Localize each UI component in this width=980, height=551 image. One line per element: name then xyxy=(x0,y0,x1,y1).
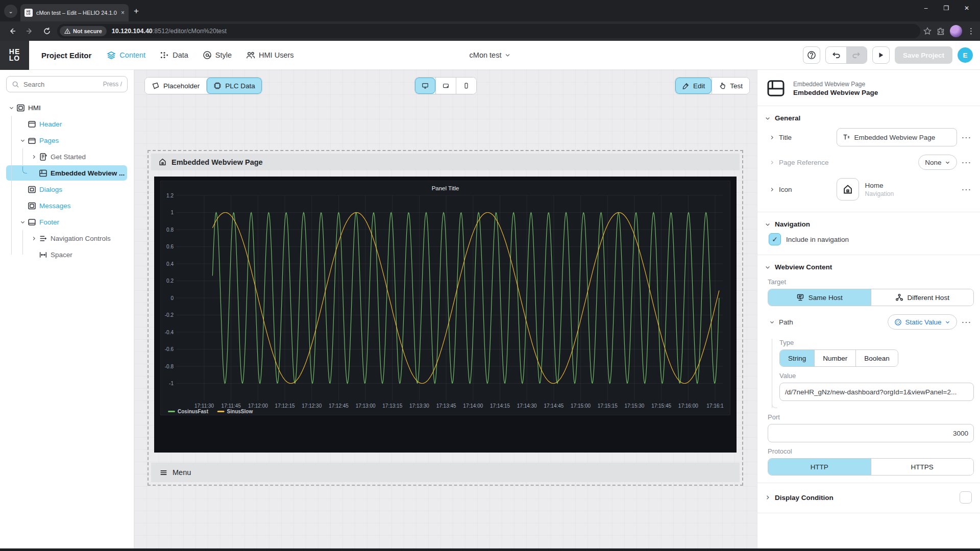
page-title-bar[interactable]: Embedded Webview Page xyxy=(151,154,740,170)
preview-play-button[interactable] xyxy=(872,46,890,64)
nav-hmi-users[interactable]: HMI Users xyxy=(246,51,293,60)
title-property-row: Title Embedded Webview Page ··· xyxy=(764,124,974,151)
page-reference-kebab[interactable]: ··· xyxy=(960,159,974,166)
mobile-icon xyxy=(463,81,470,90)
device-tablet-button[interactable] xyxy=(435,78,456,94)
bookmark-star-icon[interactable] xyxy=(923,27,932,35)
include-in-navigation-checkbox[interactable]: ✓ xyxy=(769,233,781,245)
selected-element-header: Embedded Webview Page Embedded Webview P… xyxy=(757,70,980,106)
placeholder-mode-button[interactable]: Placeholder xyxy=(145,78,206,94)
path-binding-select[interactable]: Static Value xyxy=(888,314,957,330)
type-boolean-button[interactable]: Boolean xyxy=(855,350,898,366)
nav-content[interactable]: Content xyxy=(107,51,145,60)
tree-item-spacer[interactable]: Spacer xyxy=(0,246,134,263)
page-reference-select[interactable]: None xyxy=(918,155,957,170)
window-close-button[interactable]: ✕ xyxy=(957,0,977,16)
type-string-button[interactable]: String xyxy=(780,350,814,366)
not-secure-badge[interactable]: Not secure xyxy=(60,26,107,36)
section-general: General Title Embedded Webview Page ··· … xyxy=(757,106,980,212)
tree-expander[interactable] xyxy=(29,236,38,241)
different-host-button[interactable]: Different Host xyxy=(871,289,974,306)
back-icon[interactable] xyxy=(5,24,19,38)
tree-item-navigation-controls[interactable]: Navigation Controls xyxy=(0,230,134,246)
tree-item-messages[interactable]: Messages xyxy=(0,197,134,214)
window-maximize-button[interactable]: ❐ xyxy=(936,0,957,16)
tree-item-embedded-webview[interactable]: Embedded Webview ... xyxy=(0,165,134,181)
footer-menu-bar[interactable]: Menu xyxy=(151,463,740,482)
display-condition-header[interactable]: Display Condition xyxy=(764,489,974,506)
address-bar[interactable]: Not secure 10.120.104.40:8512/editor/cMo… xyxy=(57,24,920,38)
tree-item-footer[interactable]: Footer xyxy=(0,214,134,230)
icon-options-kebab[interactable]: ··· xyxy=(960,186,974,193)
browser-tab[interactable]: HELO cMon test – Edit – HELIO 24.1.0 × xyxy=(20,4,129,21)
forward-icon[interactable] xyxy=(22,24,37,38)
plc-chip-icon xyxy=(213,82,222,90)
tree-item-hmi[interactable]: HMI xyxy=(0,99,134,116)
tree-expander[interactable] xyxy=(18,219,27,225)
spacer-icon xyxy=(39,251,47,259)
path-options-kebab[interactable]: ··· xyxy=(960,318,974,326)
section-general-header[interactable]: General xyxy=(764,112,974,124)
tree-item-get-started[interactable]: Get Started xyxy=(0,148,134,165)
home-icon xyxy=(842,184,853,195)
display-condition-checkbox[interactable] xyxy=(960,491,972,504)
sidebar-search[interactable]: Press / xyxy=(6,76,128,92)
legend-SinusSlow: SinusSlow xyxy=(227,409,253,414)
redo-button[interactable] xyxy=(846,47,867,63)
page-artboard[interactable]: Embedded Webview Page Panel Title1.210.8… xyxy=(151,154,740,482)
nav-style[interactable]: Style xyxy=(203,51,232,60)
browser-window: ⌄ HELO cMon test – Edit – HELIO 24.1.0 ×… xyxy=(0,0,980,551)
editor-canvas[interactable]: Placeholder PLC Data xyxy=(134,70,757,548)
user-avatar[interactable]: E xyxy=(958,47,973,63)
embedded-webview[interactable]: Panel Title1.210.80.60.40.20-0.2-0.4-0.6… xyxy=(154,177,737,453)
chevron-right-icon[interactable] xyxy=(768,187,776,192)
section-navigation-header[interactable]: Navigation xyxy=(764,218,974,230)
section-webview-header[interactable]: Webview Content xyxy=(764,261,974,273)
svg-text:17:15:30: 17:15:30 xyxy=(624,403,644,409)
help-button[interactable] xyxy=(803,46,820,64)
app-title: Project Editor xyxy=(41,51,91,60)
page-title: Embedded Webview Page xyxy=(172,158,263,166)
project-title-dropdown[interactable]: cMon test xyxy=(470,51,511,59)
type-number-button[interactable]: Number xyxy=(814,350,855,366)
element-name: Embedded Webview Page xyxy=(793,89,878,96)
chevron-down-icon[interactable] xyxy=(768,319,776,325)
extensions-puzzle-icon[interactable] xyxy=(937,27,945,35)
svg-text:17:14:15: 17:14:15 xyxy=(490,403,510,409)
https-button[interactable]: HTTPS xyxy=(871,459,974,475)
edit-mode-button[interactable]: Edit xyxy=(675,78,712,94)
same-host-button[interactable]: Same Host xyxy=(768,289,871,306)
title-options-kebab[interactable]: ··· xyxy=(960,134,974,141)
browser-tab-bar: ⌄ HELO cMon test – Edit – HELIO 24.1.0 ×… xyxy=(0,0,980,21)
window-minimize-button[interactable]: – xyxy=(916,0,936,16)
value-input[interactable]: /d/7neHR_gNz/new-dashboard?orgId=1&viewP… xyxy=(779,383,974,401)
undo-button[interactable] xyxy=(826,47,846,63)
test-mode-button[interactable]: Test xyxy=(712,78,749,94)
icon-picker[interactable] xyxy=(837,178,859,201)
url-bar-actions: ⋮ xyxy=(923,25,975,37)
tree-item-header[interactable]: Header xyxy=(0,116,134,132)
plc-data-mode-button[interactable]: PLC Data xyxy=(206,78,262,94)
save-project-button[interactable]: Save Project xyxy=(895,46,952,64)
device-mobile-button[interactable] xyxy=(456,78,476,94)
browser-profile-avatar[interactable] xyxy=(950,25,962,37)
http-button[interactable]: HTTP xyxy=(768,459,871,475)
nav-data[interactable]: Data xyxy=(160,51,188,60)
title-input[interactable]: Embedded Webview Page xyxy=(837,128,957,146)
reload-icon[interactable] xyxy=(40,24,54,38)
browser-menu-kebab-icon[interactable]: ⋮ xyxy=(967,27,975,36)
chevron-right-icon[interactable] xyxy=(768,135,776,140)
device-desktop-button[interactable] xyxy=(415,78,435,94)
tree-expander[interactable] xyxy=(18,138,27,143)
tree-expander[interactable] xyxy=(7,105,16,111)
chevron-down-icon xyxy=(504,52,510,58)
hamburger-menu-icon xyxy=(159,468,168,477)
tree-expander[interactable] xyxy=(29,154,38,160)
tab-close-icon[interactable]: × xyxy=(121,9,125,16)
new-tab-button[interactable]: + xyxy=(134,6,139,16)
tree-item-dialogs[interactable]: Dialogs xyxy=(0,181,134,197)
port-input[interactable]: 3000 xyxy=(768,424,974,442)
search-input[interactable] xyxy=(23,81,99,88)
tree-item-pages[interactable]: Pages xyxy=(0,132,134,148)
tab-search-button[interactable]: ⌄ xyxy=(4,5,17,18)
